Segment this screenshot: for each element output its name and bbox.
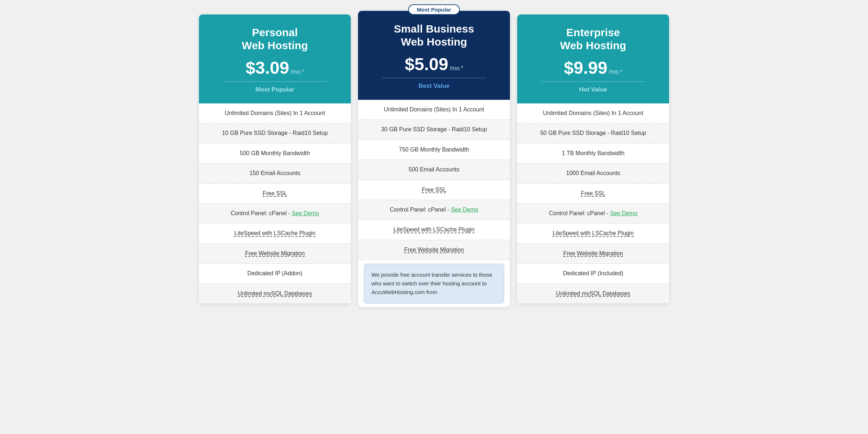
- feature-item-small-business-7: Free Website Migration: [358, 240, 510, 260]
- feature-item-personal-7: Free Website Migration: [199, 244, 351, 264]
- feature-item-personal-8: Dedicated IP (Addon): [199, 264, 351, 284]
- price-row-personal: $3.09/mo.*: [210, 58, 340, 78]
- price-period-small-business: /mo.*: [450, 65, 463, 72]
- price-amount-small-business: $5.09: [405, 54, 448, 74]
- plan-tagline-personal: Most Popular: [210, 86, 340, 93]
- feature-item-enterprise-8: Dedicated IP (Included): [517, 264, 669, 284]
- feature-item-personal-4: Free SSL: [199, 184, 351, 204]
- plan-card-small-business: Most PopularSmall BusinessWeb Hosting$5.…: [358, 11, 510, 307]
- feature-item-enterprise-4: Free SSL: [517, 184, 669, 204]
- feature-item-small-business-3: 500 Email Accounts: [358, 160, 510, 180]
- feature-item-enterprise-6: LiteSpeed with LSCache Plugin: [517, 224, 669, 243]
- feature-item-small-business-5: Control Panel: cPanel - See Demo: [358, 200, 510, 220]
- plan-tagline-enterprise: Hot Value: [528, 86, 658, 93]
- feature-item-personal-5: Control Panel: cPanel - See Demo: [199, 204, 351, 224]
- see-demo-link-enterprise[interactable]: See Demo: [610, 210, 638, 216]
- price-period-personal: /mo.*: [290, 69, 304, 75]
- feature-item-enterprise-3: 1000 Email Accounts: [517, 163, 669, 183]
- feature-item-personal-9: Unlimited mySQL Databases: [199, 284, 351, 304]
- plan-tagline-small-business: Best Value: [369, 82, 499, 90]
- price-period-enterprise: /mo.*: [609, 69, 622, 75]
- feature-item-small-business-2: 750 GB Monthly Bandwidth: [358, 140, 510, 160]
- plan-header-small-business: Small BusinessWeb Hosting$5.09/mo.*Best …: [358, 11, 510, 100]
- plan-card-personal: PersonalWeb Hosting$3.09/mo.*Most Popula…: [199, 14, 351, 304]
- feature-item-enterprise-1: 50 GB Pure SSD Storage - Raid10 Setup: [517, 123, 669, 143]
- price-amount-personal: $3.09: [246, 58, 289, 78]
- plan-title-small-business: Small BusinessWeb Hosting: [369, 22, 499, 48]
- feature-item-enterprise-2: 1 TB Monthly Bandwidth: [517, 144, 669, 163]
- see-demo-link-personal[interactable]: See Demo: [292, 210, 319, 216]
- feature-item-small-business-1: 30 GB Pure SSD Storage - Raid10 Setup: [358, 120, 510, 140]
- feature-item-small-business-4: Free SSL: [358, 180, 510, 200]
- feature-item-small-business-6: LiteSpeed with LSCache Plugin: [358, 220, 510, 240]
- price-row-enterprise: $9.99/mo.*: [528, 58, 658, 78]
- plan-features-enterprise: Unlimited Domains (Sites) In 1 Account50…: [517, 103, 669, 304]
- plan-features-personal: Unlimited Domains (Sites) In 1 Account10…: [199, 103, 351, 304]
- feature-item-personal-2: 500 GB Monthly Bandwidth: [199, 144, 351, 163]
- feature-item-enterprise-0: Unlimited Domains (Sites) In 1 Account: [517, 103, 669, 123]
- price-row-small-business: $5.09/mo.*: [369, 54, 499, 74]
- most-popular-badge: Most Popular: [408, 4, 460, 15]
- plan-card-enterprise: EnterpriseWeb Hosting$9.99/mo.*Hot Value…: [517, 14, 669, 304]
- feature-item-personal-1: 10 GB Pure SSD Storage - Raid10 Setup: [199, 123, 351, 143]
- plans-container: PersonalWeb Hosting$3.09/mo.*Most Popula…: [181, 14, 687, 307]
- feature-item-small-business-0: Unlimited Domains (Sites) In 1 Account: [358, 100, 510, 120]
- feature-item-personal-6: LiteSpeed with LSCache Plugin: [199, 224, 351, 243]
- feature-item-enterprise-9: Unlimited mySQL Databases: [517, 284, 669, 304]
- feature-item-enterprise-5: Control Panel: cPanel - See Demo: [517, 204, 669, 224]
- feature-item-personal-3: 150 Email Accounts: [199, 163, 351, 183]
- plan-title-enterprise: EnterpriseWeb Hosting: [528, 26, 658, 52]
- feature-item-enterprise-7: Free Website Migration: [517, 244, 669, 264]
- plan-header-personal: PersonalWeb Hosting$3.09/mo.*Most Popula…: [199, 14, 351, 103]
- price-divider: [382, 78, 486, 78]
- price-amount-enterprise: $9.99: [564, 58, 607, 78]
- price-divider: [541, 81, 645, 82]
- plan-features-small-business: Unlimited Domains (Sites) In 1 Account30…: [358, 100, 510, 303]
- migration-tooltip: We provide free account transfer service…: [364, 264, 504, 303]
- feature-item-personal-0: Unlimited Domains (Sites) In 1 Account: [199, 103, 351, 123]
- see-demo-link-small-business[interactable]: See Demo: [451, 207, 478, 213]
- plan-title-personal: PersonalWeb Hosting: [210, 26, 340, 52]
- plan-header-enterprise: EnterpriseWeb Hosting$9.99/mo.*Hot Value: [517, 14, 669, 103]
- price-divider: [223, 81, 327, 82]
